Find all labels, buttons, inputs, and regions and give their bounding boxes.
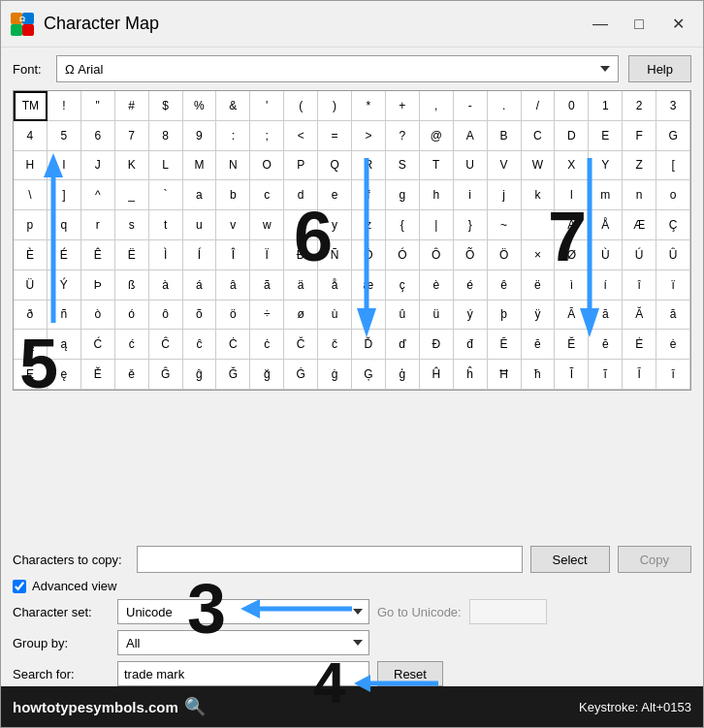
reset-button[interactable]: Reset [377,661,443,686]
char-cell[interactable]: á [183,270,217,301]
char-cell[interactable]: A [454,121,488,151]
char-cell[interactable]: ð [14,301,48,331]
char-cell[interactable]: Ĝ [149,360,183,390]
char-cell[interactable]: È [14,240,48,270]
char-cell[interactable]: TM [14,91,48,121]
char-cell[interactable]: Û [656,240,690,270]
char-cell[interactable]: ù [318,301,352,331]
char-cell[interactable]: ó [115,301,149,331]
char-cell[interactable]: Đ [420,330,454,360]
char-cell[interactable]: ĉ [183,330,217,360]
char-cell[interactable]: } [454,210,488,240]
char-cell[interactable]: . [488,91,522,121]
char-cell[interactable]: ġ [318,360,352,390]
char-cell[interactable]: ç [386,270,420,301]
char-cell[interactable]: æ [352,270,386,301]
char-cell[interactable]: r [81,210,115,240]
char-cell[interactable]: Ý [48,270,81,301]
char-cell[interactable]: I [48,151,81,181]
char-cell[interactable]: h [420,180,454,210]
char-cell[interactable]: þ [488,301,522,331]
copy-input[interactable] [137,546,523,573]
char-cell[interactable]: $ [149,91,183,121]
char-cell[interactable]: ! [48,91,81,121]
char-cell[interactable]: ï [656,270,690,301]
char-cell[interactable]: Ê [81,240,115,270]
help-button[interactable]: Help [628,55,691,82]
char-cell[interactable]: ě [115,360,149,390]
char-cell[interactable]: ć [115,330,149,360]
char-cell[interactable] [522,210,556,240]
char-cell[interactable]: ( [284,91,318,121]
char-cell[interactable]: ĝ [183,360,217,390]
char-cell[interactable]: Ġ [284,360,318,390]
char-cell[interactable]: \ [14,180,48,210]
char-cell[interactable]: q [48,210,81,240]
copy-button[interactable]: Copy [618,546,691,573]
char-cell[interactable]: : [216,121,250,151]
char-cell[interactable]: > [352,121,386,151]
char-cell[interactable]: Ì [149,240,183,270]
char-cell[interactable]: M [183,151,217,181]
char-cell[interactable]: Ā [555,301,589,331]
char-cell[interactable]: õ [183,301,217,331]
char-cell[interactable]: O [250,151,284,181]
char-set-select[interactable]: Unicode Windows: Western DOS: Latin US [117,599,369,624]
char-cell[interactable]: ď [386,330,420,360]
char-cell[interactable]: W [522,151,556,181]
char-cell[interactable]: Î [216,240,250,270]
char-cell[interactable]: Ħ [488,360,522,390]
char-cell[interactable]: ċ [250,330,284,360]
search-input[interactable] [117,661,369,686]
char-cell[interactable]: Ñ [318,240,352,270]
char-cell[interactable]: Ē [488,330,522,360]
char-cell[interactable]: ß [115,270,149,301]
char-cell[interactable]: u [183,210,217,240]
char-cell[interactable]: Q [318,151,352,181]
char-cell[interactable]: g [386,180,420,210]
advanced-view-label[interactable]: Advanced view [32,579,116,593]
group-select[interactable]: All Unicode Subrange Unicode Category [117,630,369,655]
char-cell[interactable]: @ [420,121,454,151]
char-cell[interactable]: { [386,210,420,240]
goto-input[interactable] [469,599,547,624]
char-cell[interactable]: ` [149,180,183,210]
char-cell[interactable]: n [623,180,656,210]
char-cell[interactable]: ? [386,121,420,151]
char-cell[interactable]: 8 [149,121,183,151]
char-cell[interactable]: Ă [623,301,656,331]
char-cell[interactable]: ę [48,360,81,390]
char-cell[interactable]: Ĥ [420,360,454,390]
char-cell[interactable]: à [149,270,183,301]
char-cell[interactable]: ā [589,301,623,331]
char-cell[interactable]: [ [656,151,690,181]
char-cell[interactable]: ĕ [589,330,623,360]
char-cell[interactable]: Ó [386,240,420,270]
char-cell[interactable]: ğ [250,360,284,390]
char-cell[interactable]: Ö [488,240,522,270]
char-cell[interactable]: " [81,91,115,121]
char-cell[interactable]: Ģ [352,360,386,390]
char-cell[interactable]: Ù [589,240,623,270]
char-cell[interactable]: < [284,121,318,151]
char-cell[interactable]: ^ [81,180,115,210]
char-cell[interactable]: ĩ [589,360,623,390]
char-cell[interactable]: Ç [656,210,690,240]
char-cell[interactable]: Þ [81,270,115,301]
char-cell[interactable]: Ė [623,330,656,360]
char-cell[interactable]: E [589,121,623,151]
char-cell[interactable]: î [623,270,656,301]
char-cell[interactable]: w [250,210,284,240]
char-cell[interactable]: b [216,180,250,210]
char-cell[interactable]: ē [522,330,556,360]
char-cell[interactable]: X [555,151,589,181]
char-cell[interactable]: ë [522,270,556,301]
maximize-button[interactable]: □ [622,10,656,39]
char-cell[interactable]: # [115,91,149,121]
char-cell[interactable]: P [284,151,318,181]
char-cell[interactable]: ñ [48,301,81,331]
char-cell[interactable]: V [488,151,522,181]
char-cell[interactable]: Ď [352,330,386,360]
char-cell[interactable]: Æ [623,210,656,240]
char-cell[interactable]: Ð [284,240,318,270]
